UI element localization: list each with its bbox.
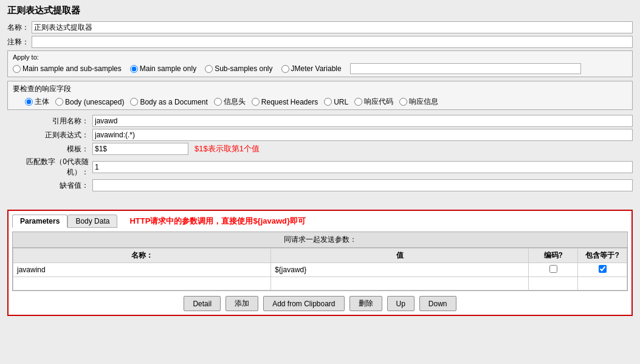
col-name-header: 名称： [13,249,271,263]
tab-parameters[interactable]: Parameters [12,215,67,228]
radio-response-code[interactable]: 响应代码 [354,97,393,107]
radio-request-headers[interactable]: Request Headers [252,98,318,106]
name-input[interactable] [32,21,633,33]
col-encode-header: 编码? [529,249,578,263]
table-empty-row [13,277,627,290]
comment-input[interactable] [32,36,633,48]
down-button[interactable]: Down [419,296,456,311]
regex-input[interactable] [92,129,633,141]
field-section-title: 要检查的响应字段 [13,84,627,94]
ref-name-label: 引用名称： [7,116,92,126]
radio-main-only[interactable]: Main sample only [130,64,196,73]
table-row: javawind ${javawd} [13,263,627,277]
action-buttons-row: Detail 添加 Add from Clipboard 删除 Up Down [12,296,628,311]
apply-to-title: Apply to: [13,53,627,61]
table-header-label: 同请求一起发送参数： [13,232,627,248]
regex-label: 正则表达式： [7,130,92,140]
up-button[interactable]: Up [387,296,415,311]
include-checkbox[interactable] [599,265,607,273]
match-label: 匹配数字（0代表随机）： [7,157,92,177]
template-input[interactable] [92,143,188,155]
default-input[interactable] [92,179,633,191]
radio-body[interactable]: 主体 [25,97,49,107]
panel-title: 正则表达式提取器 [7,5,633,16]
jmeter-var-input[interactable] [350,63,581,74]
name-label: 名称： [7,22,29,33]
ref-name-input[interactable] [92,115,633,127]
radio-sub-only[interactable]: Sub-samples only [205,64,272,73]
param-encode-cell[interactable] [529,263,578,277]
radio-body-unescaped[interactable]: Body (unescaped) [55,98,124,106]
params-table-container: 同请求一起发送参数： 名称： 值 编码? 包含等于? javawind ${ja… [12,232,628,291]
param-include-cell[interactable] [578,263,627,277]
add-clipboard-button[interactable]: Add from Clipboard [263,296,344,311]
param-name-cell: javawind [13,263,271,277]
col-include-header: 包含等于? [578,249,627,263]
col-value-header: 值 [271,249,529,263]
radio-response-info[interactable]: 响应信息 [399,97,438,107]
detail-button[interactable]: Detail [184,296,221,311]
bottom-panel: Parameters Body Data HTTP请求中的参数调用，直接使用${… [7,210,633,316]
match-input[interactable] [92,161,633,173]
delete-button[interactable]: 删除 [349,296,382,311]
radio-info-head[interactable]: 信息头 [214,97,246,107]
radio-body-doc[interactable]: Body as a Document [130,98,207,106]
radio-main-and-sub[interactable]: Main sample and sub-samples [13,64,122,73]
add-button[interactable]: 添加 [225,296,258,311]
tab-body-data[interactable]: Body Data [67,215,117,228]
template-note: $1$表示取第1个值 [194,143,260,154]
template-label: 模板： [7,144,92,154]
radio-jmeter-var[interactable]: JMeter Variable [281,64,342,73]
tab-note: HTTP请求中的参数调用，直接使用${javawd}即可 [129,216,306,227]
radio-url[interactable]: URL [324,98,348,106]
encode-checkbox[interactable] [549,265,557,273]
param-value-cell: ${javawd} [271,263,529,277]
comment-label: 注释： [7,37,29,47]
default-label: 缺省值： [7,180,92,191]
